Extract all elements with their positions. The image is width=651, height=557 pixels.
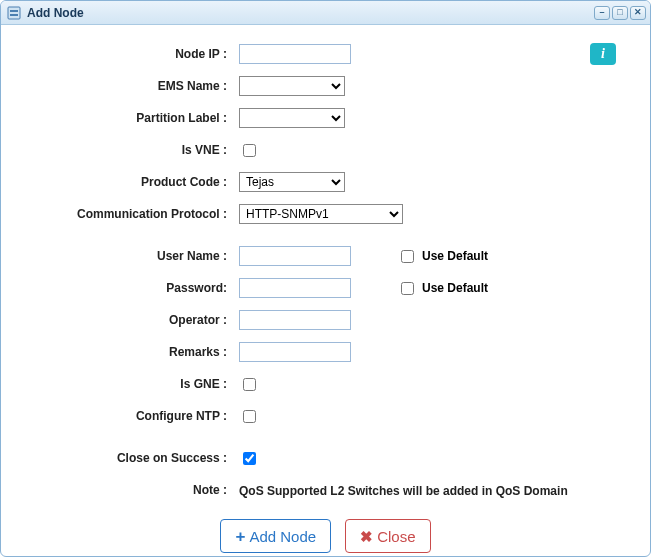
use-default-pass-checkbox[interactable] (401, 282, 414, 295)
svg-rect-2 (10, 14, 18, 16)
partition-label-label: Partition Label : (29, 111, 239, 125)
button-row: + Add Node ✖ Close (29, 519, 622, 553)
minimize-button[interactable]: – (594, 6, 610, 20)
svg-rect-0 (8, 7, 20, 19)
product-code-select[interactable]: Tejas (239, 172, 345, 192)
is-gne-checkbox[interactable] (243, 378, 256, 391)
app-icon (7, 6, 21, 20)
close-on-success-checkbox[interactable] (243, 452, 256, 465)
window-close-button[interactable]: ✕ (630, 6, 646, 20)
use-default-user-checkbox[interactable] (401, 250, 414, 263)
is-gne-label: Is GNE : (29, 377, 239, 391)
maximize-button[interactable]: □ (612, 6, 628, 20)
form: Node IP : EMS Name : Partition Label : I… (29, 43, 622, 553)
use-default-pass-label: Use Default (422, 281, 488, 295)
plus-icon: + (235, 528, 245, 545)
close-button[interactable]: ✖ Close (345, 519, 430, 553)
ems-name-label: EMS Name : (29, 79, 239, 93)
minimize-icon: – (599, 8, 604, 17)
info-button[interactable]: i (590, 43, 616, 65)
remarks-label: Remarks : (29, 345, 239, 359)
node-ip-label: Node IP : (29, 47, 239, 61)
add-node-button-label: Add Node (249, 528, 316, 545)
is-vne-checkbox[interactable] (243, 144, 256, 157)
svg-rect-1 (10, 10, 18, 12)
comm-protocol-label: Communication Protocol : (29, 207, 239, 221)
ems-name-select[interactable] (239, 76, 345, 96)
note-label: Note : (29, 483, 239, 497)
partition-label-select[interactable] (239, 108, 345, 128)
info-icon: i (601, 46, 605, 62)
product-code-label: Product Code : (29, 175, 239, 189)
operator-label: Operator : (29, 313, 239, 327)
password-input[interactable] (239, 278, 351, 298)
configure-ntp-label: Configure NTP : (29, 409, 239, 423)
close-on-success-label: Close on Success : (29, 451, 239, 465)
add-node-button[interactable]: + Add Node (220, 519, 331, 553)
maximize-icon: □ (617, 8, 622, 17)
remarks-input[interactable] (239, 342, 351, 362)
configure-ntp-checkbox[interactable] (243, 410, 256, 423)
titlebar[interactable]: Add Node – □ ✕ (1, 1, 650, 25)
window-buttons: – □ ✕ (594, 6, 646, 20)
node-ip-input[interactable] (239, 44, 351, 64)
note-text: QoS Supported L2 Switches will be added … (239, 482, 568, 498)
user-name-label: User Name : (29, 249, 239, 263)
add-node-window: Add Node – □ ✕ i Node IP : EMS Name : Pa… (0, 0, 651, 557)
use-default-user-label: Use Default (422, 249, 488, 263)
user-name-input[interactable] (239, 246, 351, 266)
is-vne-label: Is VNE : (29, 143, 239, 157)
operator-input[interactable] (239, 310, 351, 330)
window-close-icon: ✕ (634, 8, 642, 17)
close-button-label: Close (377, 528, 415, 545)
content-area: i Node IP : EMS Name : Partition Label :… (1, 25, 650, 557)
close-icon: ✖ (360, 529, 373, 544)
comm-protocol-select[interactable]: HTTP-SNMPv1 (239, 204, 403, 224)
password-label: Password: (29, 281, 239, 295)
window-title: Add Node (27, 6, 594, 20)
